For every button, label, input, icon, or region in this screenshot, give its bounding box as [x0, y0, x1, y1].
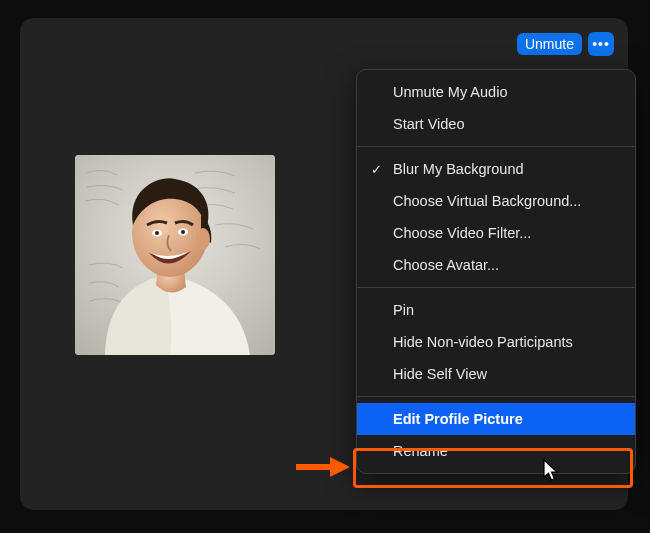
menu-item-unmute-my-audio[interactable]: Unmute My Audio	[357, 76, 635, 108]
menu-label: Start Video	[393, 116, 464, 132]
menu-item-rename[interactable]: Rename	[357, 435, 635, 467]
more-options-button[interactable]: •••	[588, 32, 614, 56]
participant-avatar	[75, 155, 275, 355]
ellipsis-icon: •••	[592, 37, 610, 51]
menu-label: Choose Video Filter...	[393, 225, 531, 241]
menu-label: Rename	[393, 443, 448, 459]
menu-item-start-video[interactable]: Start Video	[357, 108, 635, 140]
menu-item-choose-avatar[interactable]: Choose Avatar...	[357, 249, 635, 281]
menu-label: Unmute My Audio	[393, 84, 507, 100]
menu-label: Choose Avatar...	[393, 257, 499, 273]
menu-item-blur-my-background[interactable]: ✓ Blur My Background	[357, 153, 635, 185]
participant-context-menu: Unmute My Audio Start Video ✓ Blur My Ba…	[356, 69, 636, 474]
menu-label: Edit Profile Picture	[393, 411, 523, 427]
menu-item-pin[interactable]: Pin	[357, 294, 635, 326]
menu-item-choose-virtual-background[interactable]: Choose Virtual Background...	[357, 185, 635, 217]
menu-item-hide-non-video-participants[interactable]: Hide Non-video Participants	[357, 326, 635, 358]
menu-item-choose-video-filter[interactable]: Choose Video Filter...	[357, 217, 635, 249]
menu-item-edit-profile-picture[interactable]: Edit Profile Picture	[357, 403, 635, 435]
video-panel: Unmute •••	[20, 18, 628, 510]
menu-separator	[357, 146, 635, 147]
menu-label: Hide Self View	[393, 366, 487, 382]
svg-point-6	[181, 230, 185, 234]
menu-label: Pin	[393, 302, 414, 318]
check-icon: ✓	[371, 162, 382, 177]
menu-label: Hide Non-video Participants	[393, 334, 573, 350]
menu-label: Choose Virtual Background...	[393, 193, 581, 209]
menu-item-hide-self-view[interactable]: Hide Self View	[357, 358, 635, 390]
svg-point-2	[196, 228, 210, 250]
top-right-controls: Unmute •••	[517, 32, 614, 56]
avatar-image	[75, 155, 275, 355]
menu-separator	[357, 396, 635, 397]
svg-point-4	[155, 231, 159, 235]
menu-separator	[357, 287, 635, 288]
menu-label: Blur My Background	[393, 161, 524, 177]
unmute-button[interactable]: Unmute	[517, 33, 582, 55]
